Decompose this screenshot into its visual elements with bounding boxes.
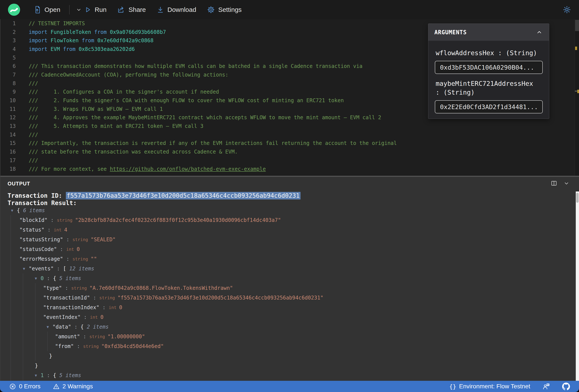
tree-key: "statusCode" (19, 246, 57, 252)
line-number: 3 (0, 38, 16, 44)
output-title: OUTPUT (7, 181, 30, 187)
tree-colon: : (63, 256, 72, 262)
tree-tag: int (109, 305, 119, 310)
code-link[interactable]: https://github.com/onflow/batched-evm-ex… (110, 166, 266, 172)
tree-items: 2 items (87, 324, 109, 330)
open-button[interactable]: Open (34, 6, 60, 14)
tree-expand-arrow-icon[interactable]: ▼ (9, 208, 15, 213)
tree-tag: int (90, 315, 100, 320)
theme-toggle-button[interactable] (563, 5, 571, 14)
tree-key: "transactionIndex" (43, 304, 99, 311)
code-line[interactable]: 17/// (0, 156, 579, 165)
line-number: 8 (0, 80, 16, 86)
sun-icon (563, 5, 571, 14)
transaction-id-label: Transaction ID: (7, 192, 66, 199)
line-number: 16 (0, 149, 16, 155)
line-number: 14 (0, 132, 16, 138)
tree-expand-arrow-icon[interactable]: ▼ (21, 267, 27, 271)
code-token: import (29, 38, 51, 44)
code-line[interactable]: 18/// For more context, see https://gith… (0, 165, 579, 173)
tree-brace: } (49, 353, 52, 359)
tree-colon: : (45, 227, 54, 233)
window-left-edge (0, 19, 0, 381)
argument-label: wflowAddressHex : (String) (436, 49, 539, 57)
code-token: import (29, 29, 51, 35)
code-line[interactable]: 15/// Importantly, the transaction is re… (0, 139, 579, 148)
code-token: /// CadenceOwnedAccount (COA), performin… (29, 72, 228, 78)
tree-tag: string (71, 285, 89, 291)
output-scrollbar[interactable] (576, 191, 579, 381)
open-menu-chevron[interactable] (75, 6, 82, 13)
code-line[interactable]: 14/// (0, 130, 579, 139)
code-token: /// state before the transaction was exe… (29, 149, 238, 155)
warnings-status[interactable]: 2 Warnings (53, 383, 93, 390)
tree-idx: 1 (41, 372, 44, 378)
tree-row: ▼"data" : { 2 items (43, 322, 109, 332)
errors-label: 0 Errors (19, 383, 41, 390)
code-token: /// 3. Wraps FLOW as WFLOW — EVM call 1 (29, 106, 163, 112)
tree-str: "f557a1573b76aa53e73d46f3e10d200d5c18a65… (117, 295, 323, 301)
tree-tag: int (66, 247, 77, 252)
tree-str: "0xfd3b4cd50d44e6ed" (101, 343, 164, 349)
code-editor[interactable]: 1// TESTNET IMPORTS2import FungibleToken… (0, 19, 579, 176)
tree-tag: int (54, 227, 64, 232)
tree-row: "status" : int 4 (19, 225, 67, 235)
tree-colon: : (80, 314, 90, 320)
download-button[interactable]: Download (157, 6, 196, 14)
tree-colon: : (90, 295, 99, 301)
run-button[interactable]: Run (84, 6, 106, 13)
tree-expand-arrow-icon[interactable]: ▼ (33, 276, 39, 280)
collapse-output-chevron-icon[interactable] (563, 180, 570, 187)
split-panel-icon[interactable] (551, 180, 557, 187)
code-token: from (82, 38, 97, 44)
tree-colon: : (62, 285, 71, 291)
editor-scrollbar[interactable] (575, 19, 579, 176)
line-number: 15 (0, 140, 16, 146)
tree-key: "events" (29, 266, 54, 272)
tree-tag: string (89, 334, 108, 339)
argument-input[interactable]: 0xd3bF53DAC106A0290B04... (435, 61, 543, 74)
arguments-panel-header[interactable]: ARGUMENTS (428, 24, 549, 41)
tree-str: "1.00000000" (108, 334, 145, 339)
status-bar: 0 Errors 2 Warnings {} Environment: Flow… (0, 381, 579, 392)
output-scrollbar-thumb[interactable] (576, 193, 579, 203)
tree-items: 6 items (23, 207, 45, 214)
code-token: /// Importantly, the transaction is reve… (29, 140, 397, 146)
share-label: Share (129, 6, 146, 13)
errors-status[interactable]: 0 Errors (9, 383, 41, 390)
tree-key: "from" (55, 343, 74, 349)
code-token: 0x9a0766d93b6608b7 (110, 29, 166, 35)
tree-row: ▼"events" : [ 12 items (19, 264, 94, 274)
tree-brace: { (80, 324, 87, 330)
argument-label: maybeMintERC721AddressHex : (String) (436, 79, 539, 97)
settings-button[interactable]: Settings (207, 6, 242, 14)
open-file-icon (34, 6, 41, 14)
code-token: /// (29, 157, 38, 164)
tree-expand-arrow-icon[interactable]: ▼ (33, 373, 39, 378)
code-line[interactable]: 16/// state before the transaction was e… (0, 148, 579, 156)
feedback-person-icon (542, 383, 550, 390)
tree-row: } (35, 361, 38, 370)
environment-status[interactable]: {} Environment: Flow Testnet (449, 383, 530, 390)
tree-row: "type" : string "A.7e60df042a9c0868.Flow… (43, 283, 233, 293)
tree-row: } (49, 351, 52, 361)
code-text: /// 5. Attempts to mint an ERC721 token … (29, 123, 203, 129)
tree-tag: string (57, 218, 75, 223)
argument-input[interactable]: 0x2E2Ed0Cfd3AD2f1d34481... (435, 100, 543, 113)
tree-colon: : (99, 304, 109, 311)
tree-row: "amount" : string "1.00000000" (55, 332, 145, 341)
code-token: from (94, 29, 110, 35)
tree-colon: : (44, 275, 53, 281)
share-button[interactable]: Share (117, 6, 146, 14)
line-number: 10 (0, 98, 16, 104)
code-token: /// 2. Funds the signer's COA with enoug… (29, 98, 344, 104)
feedback-button[interactable] (542, 383, 550, 390)
tree-row: ▼{ 6 items (7, 206, 45, 215)
github-link[interactable] (562, 383, 570, 390)
chevron-down-icon (75, 6, 82, 13)
tree-expand-arrow-icon[interactable]: ▼ (45, 325, 51, 329)
tree-row: "blockId" : string "2b28cbfb87da2cfec4f0… (19, 215, 281, 225)
tree-str: "" (91, 256, 97, 262)
editor-scrollbar-thumb[interactable] (575, 20, 579, 31)
code-token: /// For more context, see (29, 166, 110, 172)
